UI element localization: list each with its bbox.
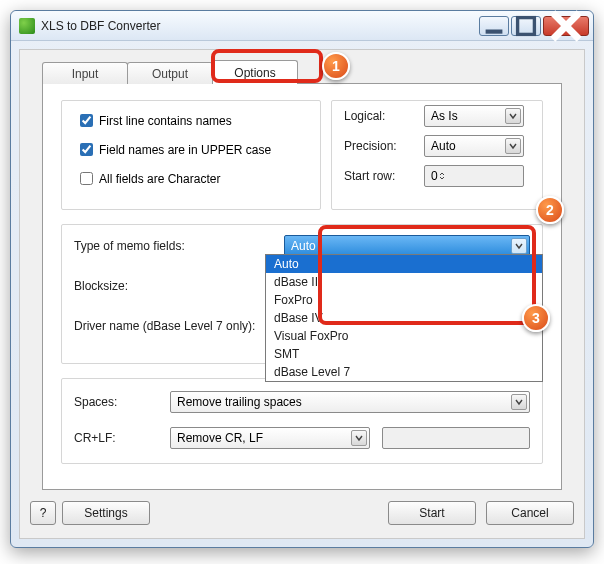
all-char-checkbox[interactable]: All fields are Character	[76, 169, 306, 188]
dropdown-item-dbase3[interactable]: dBase III	[266, 273, 542, 291]
tab-row: Input Output Options	[42, 62, 297, 86]
startrow-label: Start row:	[344, 169, 424, 183]
tab-output[interactable]: Output	[127, 62, 213, 84]
tab-input[interactable]: Input	[42, 62, 128, 84]
close-button[interactable]	[543, 16, 589, 36]
logical-label: Logical:	[344, 109, 424, 123]
tab-options[interactable]: Options	[212, 60, 298, 84]
right-group: Logical: As Is Precision: Auto Start row…	[331, 100, 543, 210]
upper-case-checkbox[interactable]: Field names are in UPPER case	[76, 140, 306, 159]
options-page: First line contains names Field names ar…	[42, 83, 562, 490]
all-char-input[interactable]	[80, 172, 93, 185]
memo-type-dropdown[interactable]: Auto dBase III FoxPro dBase IV Visual Fo…	[265, 254, 543, 382]
bottom-group: Spaces: Remove trailing spaces CR+LF: Re…	[61, 378, 543, 464]
settings-button[interactable]: Settings	[62, 501, 150, 525]
precision-value: Auto	[431, 139, 456, 153]
spinner-icon[interactable]	[438, 169, 446, 183]
chevron-down-icon	[505, 138, 521, 154]
titlebar: XLS to DBF Converter	[11, 11, 593, 41]
first-line-label: First line contains names	[99, 114, 232, 128]
blocksize-label: Blocksize:	[74, 279, 284, 293]
window-title: XLS to DBF Converter	[41, 19, 477, 33]
svg-rect-1	[518, 17, 535, 34]
maximize-button[interactable]	[511, 16, 541, 36]
precision-label: Precision:	[344, 139, 424, 153]
chevron-down-icon	[511, 394, 527, 410]
upper-case-label: Field names are in UPPER case	[99, 143, 271, 157]
memo-type-label: Type of memo fields:	[74, 239, 284, 253]
chevron-down-icon	[351, 430, 367, 446]
crlf-value: Remove CR, LF	[177, 431, 263, 445]
first-line-input[interactable]	[80, 114, 93, 127]
checkbox-group: First line contains names Field names ar…	[61, 100, 321, 210]
callout-2: 2	[536, 196, 564, 224]
chevron-down-icon[interactable]	[511, 238, 527, 254]
help-button[interactable]: ?	[30, 501, 56, 525]
first-line-checkbox[interactable]: First line contains names	[76, 111, 306, 130]
minimize-button[interactable]	[479, 16, 509, 36]
dropdown-item-vfp[interactable]: Visual FoxPro	[266, 327, 542, 345]
application-window: XLS to DBF Converter Input Output Option…	[10, 10, 594, 548]
dropdown-item-auto[interactable]: Auto	[266, 255, 542, 273]
dropdown-item-dbase4[interactable]: dBase IV	[266, 309, 542, 327]
bottom-bar: ? Settings Start Cancel	[30, 498, 574, 528]
memo-type-value: Auto	[291, 239, 316, 253]
logical-combo[interactable]: As Is	[424, 105, 524, 127]
client-area: Input Output Options First line contains…	[19, 49, 585, 539]
driver-name-label: Driver name (dBase Level 7 only):	[74, 319, 284, 333]
crlf-label: CR+LF:	[74, 431, 170, 445]
cancel-button[interactable]: Cancel	[486, 501, 574, 525]
spaces-value: Remove trailing spaces	[177, 395, 302, 409]
precision-combo[interactable]: Auto	[424, 135, 524, 157]
chevron-down-icon	[505, 108, 521, 124]
crlf-extra-input[interactable]	[382, 427, 530, 449]
dropdown-item-dbase7[interactable]: dBase Level 7	[266, 363, 542, 381]
spaces-label: Spaces:	[74, 395, 170, 409]
crlf-combo[interactable]: Remove CR, LF	[170, 427, 370, 449]
all-char-label: All fields are Character	[99, 172, 220, 186]
callout-3: 3	[522, 304, 550, 332]
spaces-combo[interactable]: Remove trailing spaces	[170, 391, 530, 413]
startrow-value: 0	[431, 169, 438, 183]
startrow-input[interactable]: 0	[424, 165, 524, 187]
callout-1: 1	[322, 52, 350, 80]
start-button[interactable]: Start	[388, 501, 476, 525]
logical-value: As Is	[431, 109, 458, 123]
dropdown-item-foxpro[interactable]: FoxPro	[266, 291, 542, 309]
app-icon	[19, 18, 35, 34]
dropdown-item-smt[interactable]: SMT	[266, 345, 542, 363]
upper-case-input[interactable]	[80, 143, 93, 156]
